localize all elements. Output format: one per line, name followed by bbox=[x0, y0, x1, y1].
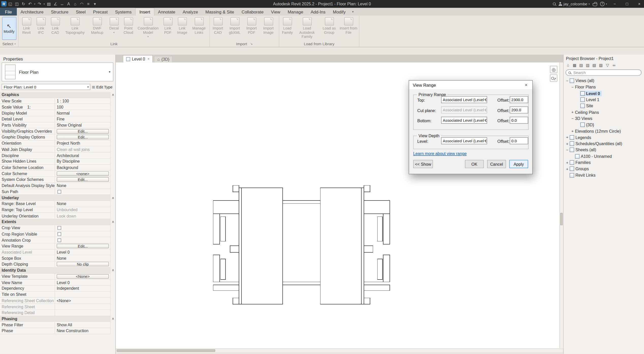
ribbon-button-link-image[interactable]: Link Image bbox=[175, 17, 189, 35]
bottom-level-select[interactable]: Associated Level (Level 0)▾ bbox=[441, 117, 487, 124]
ribbon-display-options-icon[interactable]: ▾ bbox=[349, 8, 356, 16]
ribbon-tab-precast[interactable]: Precast bbox=[89, 8, 111, 16]
qat-customize-icon[interactable]: ▾ bbox=[92, 1, 98, 7]
app-store-icon[interactable] bbox=[593, 2, 597, 6]
property-value[interactable]: 100 bbox=[55, 104, 110, 110]
property-section-extents[interactable]: Extents∧ bbox=[0, 219, 110, 225]
level-level-select[interactable]: Associated Level (Level 0)▾ bbox=[441, 137, 487, 144]
ribbon-button-import-image[interactable]: Import Image bbox=[259, 17, 278, 35]
ribbon-tab-collaborate[interactable]: Collaborate bbox=[238, 8, 267, 16]
tree-item-a100-unnamed[interactable]: A100 - Unnamed bbox=[564, 153, 644, 160]
property-button-system-color-schemes[interactable]: Edit... bbox=[57, 177, 109, 182]
property-value[interactable]: New Construction bbox=[55, 328, 110, 334]
section-icon[interactable]: ◠ bbox=[79, 1, 85, 7]
ribbon-button-import-cad[interactable]: Import CAD bbox=[211, 17, 224, 35]
search-input[interactable] bbox=[573, 70, 639, 75]
view-tab-level-0[interactable]: Level 0× bbox=[123, 55, 153, 63]
horizontal-scrollbar[interactable] bbox=[116, 349, 563, 352]
dialog-launcher-icon[interactable]: ↘ bbox=[250, 42, 253, 46]
property-value[interactable]: Unbounded bbox=[55, 207, 110, 213]
browser-search[interactable] bbox=[566, 69, 641, 75]
default-3d-view-icon[interactable]: ⌂ bbox=[72, 1, 78, 7]
property-section-graphics[interactable]: Graphics∧ bbox=[0, 92, 110, 98]
show-button[interactable]: << Show bbox=[413, 160, 433, 168]
property-checkbox-annotation-crop[interactable] bbox=[57, 238, 61, 242]
ribbon-button-link-cad[interactable]: Link CAD bbox=[49, 17, 62, 35]
tree-expander-icon[interactable]: + bbox=[565, 161, 569, 165]
ribbon-button-link-pdf[interactable]: Link PDF bbox=[161, 17, 174, 35]
type-selector[interactable]: Floor Plan ▾ bbox=[2, 63, 113, 81]
tree-item-site[interactable]: Site bbox=[564, 103, 644, 109]
property-value[interactable]: Fine bbox=[55, 116, 110, 122]
tree-expander-icon[interactable]: + bbox=[565, 135, 569, 140]
property-section-identity-data[interactable]: Identity Data∧ bbox=[0, 268, 110, 274]
tree-item-legends[interactable]: +Legends bbox=[564, 134, 644, 141]
property-button-view-range[interactable]: Edit... bbox=[57, 244, 109, 249]
ribbon-button-import-gbxml[interactable]: Import gbXML bbox=[226, 17, 244, 35]
ribbon-tab-modify[interactable]: Modify bbox=[329, 8, 349, 16]
minimize-button[interactable]: − bbox=[610, 0, 619, 8]
tree-expander-icon[interactable]: + bbox=[570, 129, 574, 133]
level-offset-input[interactable] bbox=[510, 137, 528, 144]
edit-type-button[interactable]: ⊞ Edit Type bbox=[92, 85, 113, 89]
property-checkbox-sun-path[interactable] bbox=[57, 190, 61, 194]
ribbon-button-manage-links[interactable]: Manage Links bbox=[190, 17, 208, 35]
ribbon-tab-architecture[interactable]: Architecture bbox=[17, 8, 47, 16]
ribbon-tab-analyze[interactable]: Analyze bbox=[179, 8, 202, 16]
close-button[interactable]: × bbox=[635, 0, 644, 8]
dialog-title-bar[interactable]: View Range × bbox=[409, 81, 532, 89]
cut-plane-offset-input[interactable] bbox=[510, 106, 528, 113]
property-button-view-template[interactable]: <None> bbox=[57, 274, 109, 279]
save-icon[interactable]: ◫ bbox=[14, 1, 20, 7]
property-value[interactable]: None bbox=[55, 201, 110, 207]
view-selector[interactable]: Floor Plan: Level 0 ▾ bbox=[2, 84, 90, 90]
close-view-icon[interactable]: × bbox=[148, 57, 150, 61]
browser-sheets-icon[interactable]: ▤ bbox=[578, 62, 584, 68]
browser-schedules-icon[interactable]: ▥ bbox=[585, 62, 591, 68]
property-value[interactable]: 1 : 100 bbox=[55, 98, 110, 104]
account-menu[interactable]: jay_colcombe ▾ bbox=[558, 2, 590, 6]
property-value[interactable]: Show Original bbox=[55, 122, 110, 128]
ribbon-button-dwf-markup[interactable]: DWF Markup bbox=[88, 17, 106, 35]
aligned-dimension-icon[interactable]: ↔ bbox=[59, 1, 65, 7]
ribbon-tab-steel[interactable]: Steel bbox=[72, 8, 89, 16]
property-checkbox-crop-region-visible[interactable] bbox=[57, 232, 61, 236]
tree-expander-icon[interactable]: − bbox=[570, 85, 574, 89]
ribbon-button-decal[interactable]: Decal▾ bbox=[107, 17, 121, 34]
ribbon-button-link-topography[interactable]: Link Topography bbox=[63, 17, 87, 35]
collapse-section-icon[interactable]: ∧ bbox=[112, 268, 114, 272]
cancel-button[interactable]: Cancel bbox=[487, 160, 506, 168]
property-button-graphic-display-options[interactable]: Edit... bbox=[57, 135, 109, 140]
property-value[interactable]: Show All bbox=[55, 322, 110, 328]
ribbon-button-load-family[interactable]: Load Family bbox=[281, 17, 294, 35]
property-value[interactable]: Clean all wall joins bbox=[55, 147, 110, 152]
tree-item-level-0[interactable]: Level 0 bbox=[564, 90, 644, 97]
tree-expander-icon[interactable]: + bbox=[565, 167, 569, 171]
property-value[interactable]: Independent bbox=[55, 286, 110, 291]
bottom-offset-input[interactable] bbox=[510, 117, 528, 124]
ribbon-tab-view[interactable]: View bbox=[267, 8, 284, 16]
ribbon-tab-insert[interactable]: Insert bbox=[135, 8, 154, 16]
ribbon-button-load-as-group[interactable]: Load as Group bbox=[320, 17, 339, 35]
maximize-button[interactable]: □ bbox=[622, 0, 632, 8]
ribbon-button-insert-from-file[interactable]: Insert from File bbox=[339, 17, 358, 35]
ribbon-tab-massing-site[interactable]: Massing & Site bbox=[202, 8, 238, 16]
property-value[interactable]: Background bbox=[55, 165, 110, 170]
text-icon[interactable]: A bbox=[66, 1, 72, 7]
property-value[interactable] bbox=[55, 292, 110, 297]
select-panel-label[interactable]: Select ▾ bbox=[0, 41, 18, 47]
ribbon-button-link-revit[interactable]: Link Revit bbox=[20, 17, 33, 35]
ribbon-button-point-cloud[interactable]: Point Cloud bbox=[122, 17, 135, 35]
browser-filter-icon[interactable]: ▽ bbox=[605, 62, 610, 68]
tree-item-floor-plans[interactable]: −Floor Plans bbox=[564, 84, 644, 90]
tree-item-groups[interactable]: +Groups bbox=[564, 166, 644, 172]
tree-item-views-all[interactable]: −Views (all) bbox=[564, 78, 644, 84]
collapse-section-icon[interactable]: ∧ bbox=[112, 196, 114, 200]
tree-item-sheets-all[interactable]: −Sheets (all) bbox=[564, 147, 644, 153]
tree-expander-icon[interactable]: + bbox=[565, 142, 569, 146]
ribbon-button-link-ifc[interactable]: Link IFC bbox=[34, 17, 47, 35]
tree-item-3d[interactable]: {3D} bbox=[564, 122, 644, 128]
collapse-section-icon[interactable]: ∧ bbox=[112, 317, 114, 321]
browser-home-icon[interactable]: ⌂ bbox=[565, 62, 571, 68]
browser-link-icon[interactable]: ∞ bbox=[611, 62, 617, 68]
